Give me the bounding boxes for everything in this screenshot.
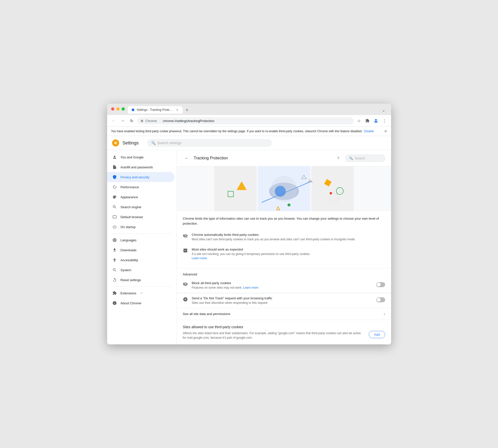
sites-allowed-desc: Affects the sites listed here and their …	[183, 331, 365, 340]
sidebar-item-you-and-google[interactable]: You and Google	[107, 152, 175, 162]
forward-button[interactable]: →	[119, 117, 127, 125]
about-chrome-icon	[112, 301, 117, 306]
sidebar-item-privacy[interactable]: Privacy and security	[107, 172, 175, 182]
extensions-button[interactable]	[364, 117, 371, 125]
accessibility-icon	[112, 257, 117, 262]
do-not-track-toggle[interactable]	[376, 297, 385, 302]
do-not-track-icon	[183, 297, 188, 302]
settings-body: You and Google Autofill and passwords Pr…	[107, 150, 391, 344]
sidebar-label-search-engine: Search engine	[121, 205, 142, 209]
sidebar-divider-2	[111, 286, 173, 287]
nav-bar: ← → ↻ ⊕ Chrome chrome://settings/trackin…	[107, 115, 391, 127]
svg-point-14	[287, 203, 290, 206]
sidebar-label-on-startup: On startup	[121, 225, 136, 229]
info-bar: You have enabled testing third-party coo…	[107, 127, 391, 136]
learn-more-link-2[interactable]: Learn more	[243, 286, 258, 289]
sidebar-label-accessibility: Accessibility	[121, 258, 138, 262]
block-cookies-section: Block all third-party cookies Features o…	[177, 278, 391, 293]
panel-title: Tracking Protection	[194, 156, 331, 160]
panel-search-placeholder: Search	[355, 156, 365, 160]
sidebar-item-downloads[interactable]: Downloads	[107, 245, 175, 255]
sidebar-item-default-browser[interactable]: Default browser	[107, 212, 175, 222]
sidebar-item-autofill[interactable]: Autofill and passwords	[107, 162, 175, 172]
sidebar-label-autofill: Autofill and passwords	[121, 165, 153, 169]
checkbox-icon	[183, 248, 188, 253]
expected-setting-text: Most sites should work as expected If a …	[192, 248, 385, 260]
svg-point-3	[115, 142, 116, 144]
reset-icon	[112, 277, 117, 282]
content-panel: ← Tracking Protection ? 🔍 Search	[177, 150, 391, 344]
minimize-traffic-light[interactable]	[116, 107, 120, 111]
new-tab-button[interactable]: +	[184, 107, 191, 114]
close-traffic-light[interactable]	[111, 107, 114, 111]
help-button[interactable]: ?	[334, 154, 342, 162]
menu-button[interactable]: ⋮	[381, 117, 388, 125]
person-icon	[112, 155, 117, 160]
info-bar-close-button[interactable]: ✕	[384, 129, 387, 133]
do-not-track-text: Send a "Do Not Track" request with your …	[192, 296, 372, 305]
active-tab[interactable]: Settings - Tracking Protectio ✕	[128, 106, 183, 114]
panel-header: ← Tracking Protection ? 🔍 Search	[177, 150, 391, 166]
learn-more-link-1[interactable]: Learn more	[192, 256, 207, 260]
expected-setting-title: Most sites should work as expected	[192, 248, 385, 251]
settings-header: Settings 🔍 Search settings	[107, 136, 391, 150]
on-startup-icon	[112, 224, 117, 229]
sidebar-item-extensions[interactable]: Extensions ↗	[107, 288, 175, 298]
block-cookies-title: Block all third-party cookies	[192, 281, 372, 285]
section-description: Chrome limits the type of information si…	[183, 216, 385, 226]
block-cookies-toggle[interactable]	[376, 282, 385, 287]
tab-close-button[interactable]: ✕	[175, 108, 179, 112]
sites-allowed-section: Sites allowed to use third-party cookies…	[177, 320, 391, 344]
cookie-setting-desc: Most sites can't use third-party cookies…	[192, 237, 385, 242]
settings-logo	[112, 139, 119, 146]
sidebar-item-reset-settings[interactable]: Reset settings	[107, 275, 175, 285]
site-data-label: See all site data and permissions	[183, 312, 230, 316]
browser-window: Settings - Tracking Protectio ✕ + ⌄ ← → …	[107, 104, 391, 344]
sidebar-item-system[interactable]: System	[107, 265, 175, 275]
sidebar: You and Google Autofill and passwords Pr…	[107, 150, 177, 344]
svg-point-19	[330, 192, 332, 194]
sidebar-item-languages[interactable]: Languages	[107, 235, 175, 245]
sidebar-label-extensions: Extensions	[121, 291, 137, 295]
sidebar-label-privacy: Privacy and security	[121, 175, 149, 179]
back-button[interactable]: ←	[183, 154, 191, 162]
traffic-lights	[111, 107, 125, 111]
cookie-setting-text: Chrome automatically limits third-party …	[192, 233, 385, 242]
description-section: Chrome limits the type of information si…	[177, 211, 391, 268]
settings-title: Settings	[123, 140, 139, 146]
search-placeholder: Search settings	[157, 141, 182, 145]
settings-search-bar[interactable]: 🔍 Search settings	[147, 139, 272, 147]
tab-expand-button[interactable]: ⌄	[380, 107, 387, 114]
no-sites-label: No sites added	[183, 344, 385, 344]
site-data-row[interactable]: See all site data and permissions ›	[177, 308, 391, 320]
sidebar-item-on-startup[interactable]: On startup	[107, 222, 175, 232]
sidebar-label-downloads: Downloads	[121, 248, 137, 252]
sidebar-label-default-browser: Default browser	[121, 215, 143, 219]
settings-container: Settings 🔍 Search settings You and Googl…	[107, 136, 391, 344]
sidebar-item-about-chrome[interactable]: About Chrome	[107, 298, 175, 308]
sidebar-item-search-engine[interactable]: Search engine	[107, 202, 175, 212]
sidebar-item-performance[interactable]: Performance	[107, 182, 175, 192]
back-button[interactable]: ←	[110, 117, 118, 125]
svg-point-20	[271, 176, 297, 202]
address-bar[interactable]: ⊕ Chrome chrome://settings/trackingProte…	[137, 117, 354, 124]
search-engine-icon	[112, 204, 117, 209]
info-bar-text: You have enabled testing third-party coo…	[111, 129, 362, 133]
block-cookies-desc: Features on some sites may not work. Lea…	[192, 286, 372, 290]
system-icon	[112, 267, 117, 272]
profile-button[interactable]	[372, 117, 380, 125]
hero-illustration	[177, 166, 391, 211]
reload-button[interactable]: ↻	[128, 117, 136, 125]
search-icon: 🔍	[151, 141, 155, 145]
disable-link[interactable]: Disable	[364, 129, 374, 133]
do-not-track-desc: Sites use their discretion when respondi…	[192, 301, 372, 305]
sidebar-item-appearance[interactable]: Appearance	[107, 192, 175, 202]
sidebar-item-accessibility[interactable]: Accessibility	[107, 255, 175, 265]
add-site-button[interactable]: Add	[369, 331, 385, 338]
url-display: chrome://settings/trackingProtection	[163, 119, 350, 123]
tab-favicon	[131, 108, 135, 112]
panel-search[interactable]: 🔍 Search	[345, 155, 385, 162]
bookmark-button[interactable]: ☆	[355, 117, 363, 125]
block-cookies-text: Block all third-party cookies Features o…	[192, 281, 372, 290]
maximize-traffic-light[interactable]	[122, 107, 125, 111]
